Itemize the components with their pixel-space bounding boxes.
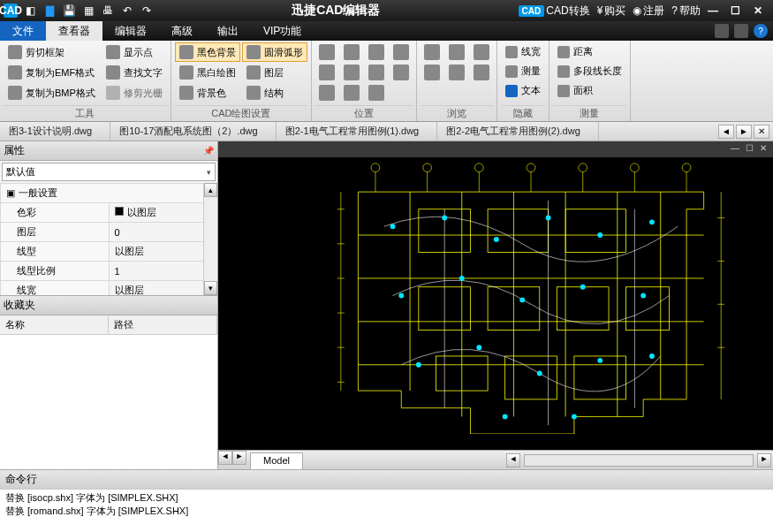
browse-btn-1[interactable] — [421, 42, 443, 62]
properties-header: 属性📌 — [0, 141, 217, 161]
extra-icon-2[interactable] — [734, 24, 748, 38]
pos-btn-8[interactable] — [365, 63, 388, 82]
menu-file[interactable]: 文件 — [0, 21, 46, 41]
register-button[interactable]: ◉ 注册 — [633, 4, 664, 19]
linewidth-button[interactable]: 线宽 — [501, 42, 545, 61]
doc-tab[interactable]: 图2-2电气工程常用图例(2).dwg — [437, 122, 599, 141]
browse-btn-6[interactable] — [470, 63, 493, 82]
pos-btn-4[interactable] — [340, 42, 363, 62]
favorites-list[interactable] — [0, 335, 217, 469]
hscrollbar[interactable] — [524, 454, 754, 467]
default-combo[interactable]: 默认值 — [2, 163, 216, 181]
pos-btn-1[interactable] — [315, 42, 338, 62]
print-icon[interactable]: 🖶 — [101, 4, 115, 18]
doc-tab[interactable]: 图10-17酒配电系统图（2）.dwg — [110, 122, 277, 141]
svg-point-31 — [416, 362, 421, 368]
prop-row[interactable]: 线宽以图层 — [1, 281, 217, 297]
menu-tab-editor[interactable]: 编辑器 — [102, 21, 159, 41]
browse-btn-2[interactable] — [421, 63, 443, 82]
canvas-min-icon[interactable]: — — [729, 143, 741, 154]
find-text-button[interactable]: 查找文字 — [102, 63, 167, 82]
black-bg-button[interactable]: 黑色背景 — [175, 42, 240, 62]
prop-row[interactable]: 线型比例1 — [1, 262, 217, 281]
tab-close-icon[interactable]: ✕ — [754, 125, 769, 139]
layout-prev-icon[interactable]: ◄ — [218, 451, 232, 465]
command-line-output[interactable]: 替换 [isocp.shx] 字体为 [SIMPLEX.SHX] 替换 [rom… — [0, 490, 773, 532]
saveall-icon[interactable]: ▦ — [81, 4, 95, 18]
browse-btn-4[interactable] — [445, 63, 468, 82]
browse-btn-5[interactable] — [470, 42, 493, 62]
pos-btn-2[interactable] — [315, 63, 338, 82]
svg-point-20 — [390, 224, 396, 229]
structure-button[interactable]: 结构 — [242, 83, 307, 103]
menu-tab-viewer[interactable]: 查看器 — [46, 21, 102, 41]
extra-icon-1[interactable] — [715, 24, 729, 38]
prop-row[interactable]: 图层0 — [1, 223, 217, 242]
model-tab[interactable]: Model — [250, 452, 303, 469]
ribbon-group-browse: 浏览 — [417, 41, 497, 121]
pos-btn-10[interactable] — [390, 42, 413, 62]
prop-row[interactable]: 色彩以图层 — [1, 203, 217, 223]
close-icon[interactable]: ✕ — [754, 4, 769, 17]
help-icon[interactable]: ? — [754, 24, 768, 38]
doc-tab[interactable]: 图2-1电气工程常用图例(1).dwg — [277, 122, 438, 141]
fav-col-path[interactable]: 路径 — [109, 315, 217, 334]
canvas-close-icon[interactable]: ✕ — [757, 143, 769, 154]
save-icon[interactable]: 💾 — [62, 4, 76, 18]
drawing-canvas[interactable]: — ☐ ✕ — [218, 141, 773, 450]
pos-btn-9[interactable] — [365, 83, 388, 103]
svg-point-28 — [519, 297, 525, 302]
distance-button[interactable]: 距离 — [553, 42, 626, 61]
scroll-up-icon[interactable]: ▴ — [204, 183, 217, 197]
menu-tab-advanced[interactable]: 高级 — [159, 21, 205, 41]
layers-button[interactable]: 图层 — [242, 63, 307, 82]
show-points-button[interactable]: 显示点 — [102, 42, 167, 62]
pos-btn-3[interactable] — [315, 83, 338, 103]
menu-tab-vip[interactable]: VIP功能 — [251, 21, 314, 41]
pos-btn-7[interactable] — [365, 42, 388, 62]
trim-raster-button[interactable]: 修剪光栅 — [102, 83, 167, 103]
pos-btn-6[interactable] — [340, 83, 363, 103]
properties-scrollbar[interactable]: ▴ ▾ — [203, 183, 217, 295]
copy-emf-button[interactable]: 复制为EMF格式 — [4, 63, 100, 82]
area-button[interactable]: 面积 — [553, 81, 626, 100]
favorites-panel: 收藏夹 名称 路径 — [0, 296, 217, 469]
canvas-max-icon[interactable]: ☐ — [743, 143, 755, 154]
doc-tab[interactable]: 图3-1设计说明.dwg — [0, 122, 110, 141]
open-icon[interactable]: ▇ — [42, 4, 57, 18]
svg-point-46 — [579, 163, 587, 172]
help-button[interactable]: ? 帮助 — [671, 4, 701, 19]
hscroll-left-icon[interactable]: ◄ — [506, 453, 520, 467]
maximize-icon[interactable]: ☐ — [731, 4, 746, 17]
pin-icon[interactable]: 📌 — [203, 146, 214, 156]
text-button[interactable]: 文本 — [501, 81, 545, 100]
redo-icon[interactable]: ↷ — [140, 4, 154, 18]
layout-next-icon[interactable]: ► — [232, 451, 246, 465]
svg-point-48 — [630, 163, 639, 172]
tab-prev-icon[interactable]: ◄ — [718, 125, 734, 139]
new-icon[interactable]: ◧ — [23, 4, 37, 18]
prop-row[interactable]: 线型以图层 — [1, 242, 217, 262]
menu-tab-output[interactable]: 输出 — [205, 21, 251, 41]
bg-color-button[interactable]: 背景色 — [175, 83, 240, 103]
clip-frame-button[interactable]: 剪切框架 — [4, 42, 100, 62]
undo-icon[interactable]: ↶ — [120, 4, 134, 18]
buy-button[interactable]: ¥ 购买 — [597, 4, 626, 19]
svg-point-40 — [423, 163, 432, 172]
scroll-down-icon[interactable]: ▾ — [204, 281, 217, 295]
fav-col-name[interactable]: 名称 — [0, 315, 109, 334]
measure-button[interactable]: 测量 — [501, 62, 545, 80]
cad-convert-button[interactable]: CADCAD转换 — [519, 4, 590, 19]
pos-btn-5[interactable] — [340, 63, 363, 82]
minimize-icon[interactable]: — — [708, 4, 724, 17]
hscroll-right-icon[interactable]: ► — [757, 453, 771, 467]
svg-point-25 — [649, 219, 655, 224]
model-strip: ◄ ► Model ◄ ► — [218, 450, 773, 469]
pos-btn-11[interactable] — [390, 63, 413, 82]
smooth-arc-button[interactable]: 圆滑弧形 — [242, 42, 307, 62]
bw-draw-button[interactable]: 黑白绘图 — [175, 63, 240, 82]
browse-btn-3[interactable] — [445, 42, 468, 62]
copy-bmp-button[interactable]: 复制为BMP格式 — [4, 83, 100, 103]
tab-next-icon[interactable]: ► — [736, 125, 752, 139]
polyline-length-button[interactable]: 多段线长度 — [553, 62, 626, 80]
